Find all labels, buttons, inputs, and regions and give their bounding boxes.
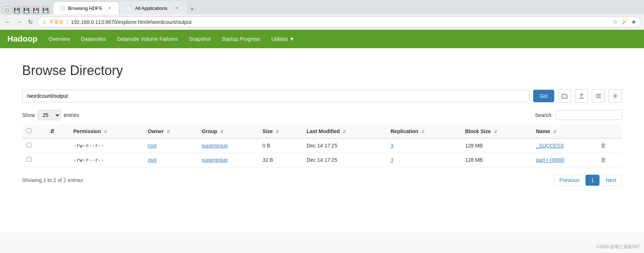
row-permission-1: -rw-r--r-- [69,153,143,167]
forward-button[interactable]: → [14,17,24,27]
row-size-1: 32 B [258,153,302,167]
main-content: Browse Directory Go! Show [0,48,644,232]
search-label: Search: [535,112,553,118]
replication-sort-icon[interactable]: ⇵ [421,129,425,134]
nav-overview[interactable]: Overview [49,35,70,43]
refresh-button[interactable]: ↻ [25,17,35,27]
upload-icon-btn[interactable] [575,89,588,103]
address-bar-container: ⚠ 不安全 | ☆ 🪄 ★ [38,17,641,27]
nav-utilities[interactable]: Utilities ▼ [271,35,294,43]
go-button[interactable]: Go! [533,90,554,102]
col-group[interactable]: Group ⇵ [197,125,258,138]
row-name-1[interactable]: part-r-00000 [532,153,597,167]
delete-icon-0[interactable]: 🗑 [601,142,606,149]
row-owner-1[interactable]: root [143,153,197,167]
nav-snapshot[interactable]: Snapshot [189,35,210,43]
hadoop-brand: Hadoop [7,34,38,44]
owner-sort-icon[interactable]: ⇵ [167,129,170,134]
delete-icon-1[interactable]: 🗑 [601,157,606,163]
pagination: Previous 1 Next [554,175,622,186]
address-right-icons: ☆ 🪄 ★ [613,18,636,25]
nav-startup-progress[interactable]: Startup Progress [222,35,260,43]
list-icon [595,93,602,99]
nav-buttons: ← → ↻ [3,17,35,27]
table-header-row: ⇵ Permission ⇵ Owner ⇵ Group ⇵ Size ⇵ [22,125,622,138]
browser-icon-3[interactable]: 💾 [22,6,30,14]
tabs-bar: □ 💾 💾 💾 💾 📄 Browsing HDFS ✕ 📄 All Applic… [0,0,644,14]
browser-icon-2[interactable]: 💾 [13,6,21,14]
address-input[interactable] [71,19,610,25]
browser-icon-4[interactable]: 💾 [32,6,40,14]
settings-icon-btn[interactable] [609,89,622,103]
browser-icon-1[interactable]: □ [3,6,11,14]
last-modified-sort-icon[interactable]: ⇵ [343,129,346,134]
tab-close-1[interactable]: ✕ [106,5,113,11]
col-last-modified[interactable]: Last Modified ⇵ [302,125,386,138]
extensions-icon[interactable]: 🪄 [621,18,628,25]
row-delete-1[interactable]: 🗑 [596,153,622,167]
nav-datanodes[interactable]: Datanodes [81,35,106,43]
browser-icon-5[interactable]: 💾 [41,6,49,14]
size-sort-icon[interactable]: ⇵ [276,129,279,134]
col-name[interactable]: Name ⇵ [532,125,597,138]
file-table: ⇵ Permission ⇵ Owner ⇵ Group ⇵ Size ⇵ [22,125,622,167]
row-replication-1[interactable]: 3 [386,153,460,167]
search-input[interactable] [556,110,622,120]
row-group-1[interactable]: supergroup [197,153,258,167]
tab-browsing-hdfs[interactable]: 📄 Browsing HDFS ✕ [53,1,119,14]
group-sort-icon[interactable]: ⇵ [220,129,223,134]
browser-toolbar: ← → ↻ ⚠ 不安全 | ☆ 🪄 ★ [0,14,644,29]
hadoop-navbar: Hadoop Overview Datanodes Datanode Volum… [0,30,644,48]
col-permission[interactable]: Permission ⇵ [69,125,143,138]
row-name-0[interactable]: _SUCCESS [532,138,597,153]
row-replication-0[interactable]: 3 [386,138,460,153]
page-title: Browse Directory [22,63,622,78]
col-block-size[interactable]: Block Size ⇵ [461,125,532,138]
col-size[interactable]: Size ⇵ [258,125,302,138]
permission-sort-icon[interactable]: ⇵ [104,129,107,134]
list-icon-btn[interactable] [592,89,605,103]
nav-datanode-volume-failures[interactable]: Datanode Volume Failures [117,35,178,43]
row-group-0[interactable]: supergroup [197,138,258,153]
col-replication[interactable]: Replication ⇵ [386,125,460,138]
utilities-label: Utilities [271,36,288,42]
row-spacer-0 [46,138,69,153]
row-select-0[interactable] [26,143,31,147]
previous-button[interactable]: Previous [554,175,585,186]
folder-icon-btn[interactable] [558,89,571,103]
show-label: Show [22,112,35,118]
name-sort-icon[interactable]: ⇵ [553,129,556,134]
row-last-modified-0: Dec 14 17:25 [302,138,386,153]
star-icon[interactable]: ☆ [613,18,618,25]
svg-point-3 [615,95,616,97]
tab-all-applications[interactable]: 📄 All Applications ✕ [120,1,186,14]
tab-label-2: All Applications [135,6,167,11]
search-right: Search: [535,110,622,120]
row-size-0: 0 B [258,138,302,153]
entries-select[interactable]: 25 10 50 100 [38,110,61,120]
row-owner-0[interactable]: root [143,138,197,153]
col-owner[interactable]: Owner ⇵ [143,125,197,138]
sort-icon[interactable]: ⇵ [50,128,54,134]
back-button[interactable]: ← [3,17,13,27]
row-delete-0[interactable]: 🗑 [596,138,622,153]
browser-chrome: □ 💾 💾 💾 💾 📄 Browsing HDFS ✕ 📄 All Applic… [0,0,644,30]
page-1-button[interactable]: 1 [585,175,599,186]
entries-row: Show 25 10 50 100 entries Search: [22,110,622,120]
col-actions [596,125,622,138]
row-checkbox-0 [22,138,46,153]
bookmark-icon[interactable]: ★ [631,18,636,25]
block-size-sort-icon[interactable]: ⇵ [494,129,497,134]
row-spacer-1 [46,153,69,167]
next-button[interactable]: Next [600,175,622,186]
row-permission-0: -rw-r--r-- [69,138,143,153]
path-input[interactable] [22,90,530,102]
tab-close-2[interactable]: ✕ [173,5,180,11]
dropdown-arrow-icon: ▼ [289,36,294,42]
row-last-modified-1: Dec 14 17:25 [302,153,386,167]
security-label: 不安全 [49,19,64,25]
new-tab-button[interactable]: + [187,4,197,14]
select-all-checkbox[interactable] [26,128,31,133]
row-select-1[interactable] [26,157,31,162]
tab-icon-1: 📄 [59,6,65,11]
